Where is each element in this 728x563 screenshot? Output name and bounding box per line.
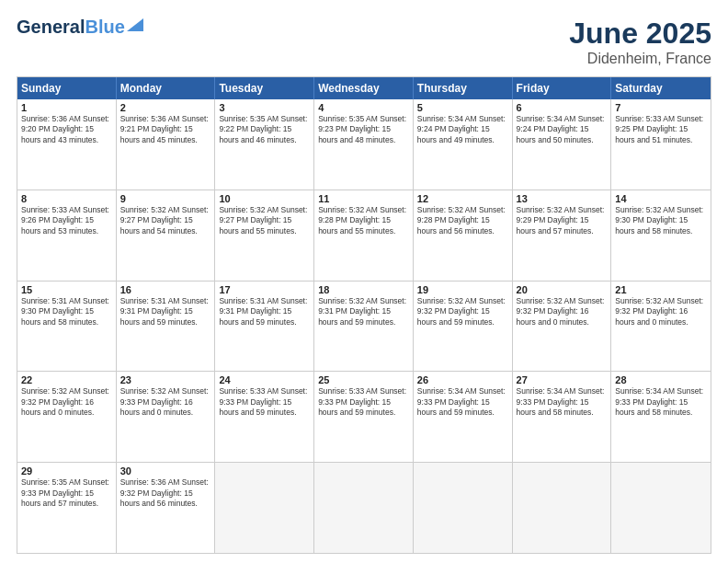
day-number: 5 bbox=[417, 102, 508, 113]
day-number: 26 bbox=[417, 374, 508, 385]
day-number: 30 bbox=[120, 465, 211, 477]
day-12: 12Sunrise: 5:32 AM Sunset: 9:28 PM Dayli… bbox=[414, 190, 513, 281]
day-7: 7Sunrise: 5:33 AM Sunset: 9:25 PM Daylig… bbox=[611, 99, 711, 190]
logo-text: GeneralBlue bbox=[17, 17, 125, 37]
day-5: 5Sunrise: 5:34 AM Sunset: 9:24 PM Daylig… bbox=[414, 99, 513, 190]
day-number: 17 bbox=[219, 284, 310, 295]
day-number: 14 bbox=[615, 193, 707, 204]
day-info: Sunrise: 5:31 AM Sunset: 9:31 PM Dayligh… bbox=[120, 296, 211, 327]
day-info: Sunrise: 5:32 AM Sunset: 9:27 PM Dayligh… bbox=[120, 205, 211, 236]
header-sunday: Sunday bbox=[17, 77, 117, 99]
day-number: 25 bbox=[318, 374, 409, 385]
day-info: Sunrise: 5:36 AM Sunset: 9:21 PM Dayligh… bbox=[120, 114, 211, 145]
week-row-1: 1Sunrise: 5:36 AM Sunset: 9:20 PM Daylig… bbox=[17, 99, 711, 190]
day-info: Sunrise: 5:32 AM Sunset: 9:32 PM Dayligh… bbox=[21, 386, 112, 418]
day-4: 4Sunrise: 5:35 AM Sunset: 9:23 PM Daylig… bbox=[314, 99, 414, 190]
day-info: Sunrise: 5:36 AM Sunset: 9:32 PM Dayligh… bbox=[120, 477, 211, 509]
day-8: 8Sunrise: 5:33 AM Sunset: 9:26 PM Daylig… bbox=[17, 190, 117, 281]
calendar-header: Sunday Monday Tuesday Wednesday Thursday… bbox=[17, 77, 711, 99]
day-info: Sunrise: 5:35 AM Sunset: 9:33 PM Dayligh… bbox=[21, 477, 112, 509]
header-saturday: Saturday bbox=[611, 77, 711, 99]
day-number: 2 bbox=[120, 102, 211, 113]
header-friday: Friday bbox=[513, 77, 612, 99]
day-info: Sunrise: 5:33 AM Sunset: 9:25 PM Dayligh… bbox=[615, 114, 707, 145]
week-row-5: 29Sunrise: 5:35 AM Sunset: 9:33 PM Dayli… bbox=[17, 463, 711, 553]
day-info: Sunrise: 5:32 AM Sunset: 9:29 PM Dayligh… bbox=[517, 205, 608, 236]
day-number: 9 bbox=[120, 193, 211, 204]
day-26: 26Sunrise: 5:34 AM Sunset: 9:33 PM Dayli… bbox=[414, 372, 513, 462]
header-thursday: Thursday bbox=[414, 77, 513, 99]
day-27: 27Sunrise: 5:34 AM Sunset: 9:33 PM Dayli… bbox=[513, 372, 612, 462]
empty-cell bbox=[611, 463, 711, 553]
day-number: 22 bbox=[21, 374, 112, 385]
day-14: 14Sunrise: 5:32 AM Sunset: 9:30 PM Dayli… bbox=[611, 190, 711, 281]
day-20: 20Sunrise: 5:32 AM Sunset: 9:32 PM Dayli… bbox=[513, 282, 612, 372]
month-year-title: June 2025 bbox=[569, 17, 711, 51]
day-number: 8 bbox=[21, 193, 112, 204]
day-info: Sunrise: 5:32 AM Sunset: 9:33 PM Dayligh… bbox=[120, 386, 211, 418]
day-info: Sunrise: 5:35 AM Sunset: 9:22 PM Dayligh… bbox=[219, 114, 310, 145]
day-number: 1 bbox=[21, 102, 112, 113]
day-info: Sunrise: 5:34 AM Sunset: 9:33 PM Dayligh… bbox=[615, 386, 707, 418]
day-number: 18 bbox=[318, 284, 409, 295]
day-3: 3Sunrise: 5:35 AM Sunset: 9:22 PM Daylig… bbox=[215, 99, 314, 190]
day-13: 13Sunrise: 5:32 AM Sunset: 9:29 PM Dayli… bbox=[513, 190, 612, 281]
day-number: 11 bbox=[318, 193, 409, 204]
day-10: 10Sunrise: 5:32 AM Sunset: 9:27 PM Dayli… bbox=[215, 190, 314, 281]
header-tuesday: Tuesday bbox=[215, 77, 314, 99]
day-info: Sunrise: 5:32 AM Sunset: 9:27 PM Dayligh… bbox=[219, 205, 310, 236]
day-info: Sunrise: 5:32 AM Sunset: 9:28 PM Dayligh… bbox=[318, 205, 409, 236]
day-number: 29 bbox=[21, 465, 112, 477]
day-11: 11Sunrise: 5:32 AM Sunset: 9:28 PM Dayli… bbox=[314, 190, 414, 281]
day-info: Sunrise: 5:36 AM Sunset: 9:20 PM Dayligh… bbox=[21, 114, 112, 145]
day-info: Sunrise: 5:32 AM Sunset: 9:30 PM Dayligh… bbox=[615, 205, 707, 236]
day-28: 28Sunrise: 5:34 AM Sunset: 9:33 PM Dayli… bbox=[611, 372, 711, 462]
day-number: 19 bbox=[417, 284, 508, 295]
day-info: Sunrise: 5:34 AM Sunset: 9:33 PM Dayligh… bbox=[417, 386, 508, 418]
day-number: 24 bbox=[219, 374, 310, 385]
day-info: Sunrise: 5:32 AM Sunset: 9:28 PM Dayligh… bbox=[417, 205, 508, 236]
calendar: Sunday Monday Tuesday Wednesday Thursday… bbox=[17, 76, 711, 554]
day-info: Sunrise: 5:33 AM Sunset: 9:33 PM Dayligh… bbox=[219, 386, 310, 418]
day-info: Sunrise: 5:34 AM Sunset: 9:33 PM Dayligh… bbox=[517, 386, 608, 418]
day-info: Sunrise: 5:32 AM Sunset: 9:32 PM Dayligh… bbox=[615, 296, 707, 327]
day-30: 30Sunrise: 5:36 AM Sunset: 9:32 PM Dayli… bbox=[117, 463, 216, 553]
day-number: 12 bbox=[417, 193, 508, 204]
day-number: 10 bbox=[219, 193, 310, 204]
day-25: 25Sunrise: 5:33 AM Sunset: 9:33 PM Dayli… bbox=[314, 372, 414, 462]
day-21: 21Sunrise: 5:32 AM Sunset: 9:32 PM Dayli… bbox=[611, 282, 711, 372]
day-number: 15 bbox=[21, 284, 112, 295]
week-row-2: 8Sunrise: 5:33 AM Sunset: 9:26 PM Daylig… bbox=[17, 190, 711, 282]
day-info: Sunrise: 5:31 AM Sunset: 9:31 PM Dayligh… bbox=[219, 296, 310, 327]
header: GeneralBlue June 2025 Didenheim, France bbox=[17, 17, 711, 67]
day-1: 1Sunrise: 5:36 AM Sunset: 9:20 PM Daylig… bbox=[17, 99, 117, 190]
title-block: June 2025 Didenheim, France bbox=[569, 17, 711, 67]
logo: GeneralBlue bbox=[17, 17, 143, 37]
day-info: Sunrise: 5:31 AM Sunset: 9:30 PM Dayligh… bbox=[21, 296, 112, 327]
day-number: 28 bbox=[615, 374, 707, 385]
header-wednesday: Wednesday bbox=[314, 77, 414, 99]
day-15: 15Sunrise: 5:31 AM Sunset: 9:30 PM Dayli… bbox=[17, 282, 117, 372]
day-number: 4 bbox=[318, 102, 409, 113]
day-info: Sunrise: 5:34 AM Sunset: 9:24 PM Dayligh… bbox=[517, 114, 608, 145]
empty-cell bbox=[215, 463, 314, 553]
day-17: 17Sunrise: 5:31 AM Sunset: 9:31 PM Dayli… bbox=[215, 282, 314, 372]
day-info: Sunrise: 5:32 AM Sunset: 9:31 PM Dayligh… bbox=[318, 296, 409, 327]
day-info: Sunrise: 5:35 AM Sunset: 9:23 PM Dayligh… bbox=[318, 114, 409, 145]
day-number: 13 bbox=[517, 193, 608, 204]
day-info: Sunrise: 5:32 AM Sunset: 9:32 PM Dayligh… bbox=[417, 296, 508, 327]
day-18: 18Sunrise: 5:32 AM Sunset: 9:31 PM Dayli… bbox=[314, 282, 414, 372]
day-9: 9Sunrise: 5:32 AM Sunset: 9:27 PM Daylig… bbox=[117, 190, 216, 281]
day-6: 6Sunrise: 5:34 AM Sunset: 9:24 PM Daylig… bbox=[513, 99, 612, 190]
logo-icon bbox=[127, 18, 143, 31]
day-number: 23 bbox=[120, 374, 211, 385]
day-23: 23Sunrise: 5:32 AM Sunset: 9:33 PM Dayli… bbox=[117, 372, 216, 462]
day-info: Sunrise: 5:32 AM Sunset: 9:32 PM Dayligh… bbox=[517, 296, 608, 327]
day-info: Sunrise: 5:34 AM Sunset: 9:24 PM Dayligh… bbox=[417, 114, 508, 145]
day-number: 6 bbox=[517, 102, 608, 113]
location-subtitle: Didenheim, France bbox=[569, 51, 711, 67]
page: GeneralBlue June 2025 Didenheim, France … bbox=[0, 0, 728, 563]
week-row-3: 15Sunrise: 5:31 AM Sunset: 9:30 PM Dayli… bbox=[17, 282, 711, 373]
day-number: 27 bbox=[517, 374, 608, 385]
day-22: 22Sunrise: 5:32 AM Sunset: 9:32 PM Dayli… bbox=[17, 372, 117, 462]
